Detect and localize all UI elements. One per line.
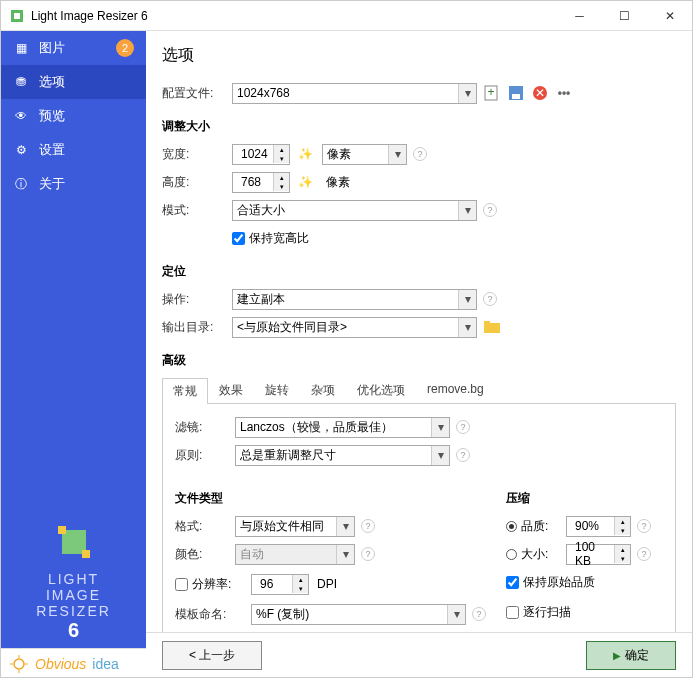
profile-more-button[interactable]: ••• bbox=[555, 84, 573, 102]
position-section-title: 定位 bbox=[162, 263, 676, 280]
svg-rect-17 bbox=[484, 321, 490, 324]
lightbulb-icon bbox=[9, 654, 29, 674]
width-spinner[interactable]: 1024▴▾ bbox=[232, 144, 290, 165]
images-icon: ▦ bbox=[13, 41, 29, 55]
info-icon: ⓘ bbox=[13, 176, 29, 193]
svg-rect-13 bbox=[512, 94, 520, 99]
advanced-section-title: 高级 bbox=[162, 352, 676, 369]
template-combo[interactable]: %F (复制)▾ bbox=[251, 604, 466, 625]
resolution-checkbox[interactable]: 分辨率: bbox=[175, 576, 251, 593]
images-badge: 2 bbox=[116, 39, 134, 57]
profile-combo[interactable]: 1024x768▾ bbox=[232, 83, 477, 104]
titlebar: Light Image Resizer 6 ─ ☐ ✕ bbox=[1, 1, 692, 31]
app-icon bbox=[9, 8, 25, 24]
svg-rect-1 bbox=[14, 13, 20, 19]
content: 选项 配置文件: 1024x768▾ + ✕ ••• 调整大小 宽度: 1024… bbox=[146, 31, 692, 678]
tab-effects[interactable]: 效果 bbox=[208, 377, 254, 403]
mode-combo[interactable]: 合适大小▾ bbox=[232, 200, 477, 221]
prev-button[interactable]: < 上一步 bbox=[162, 641, 262, 670]
wand-icon[interactable]: ✨ bbox=[296, 173, 314, 191]
tab-removebg[interactable]: remove.bg bbox=[416, 377, 495, 403]
tab-optimize[interactable]: 优化选项 bbox=[346, 377, 416, 403]
help-icon[interactable]: ? bbox=[483, 203, 497, 217]
help-icon[interactable]: ? bbox=[413, 147, 427, 161]
advanced-tabs: 常规 效果 旋转 杂项 优化选项 remove.bg bbox=[162, 377, 676, 404]
svg-text:✕: ✕ bbox=[535, 86, 545, 100]
quality-spinner[interactable]: 90%▴▾ bbox=[566, 516, 631, 537]
profile-add-button[interactable]: + bbox=[483, 84, 501, 102]
profile-label: 配置文件: bbox=[162, 85, 232, 102]
gear-icon: ⚙ bbox=[13, 143, 29, 157]
bottom-bar: < 上一步 确定 bbox=[146, 632, 692, 678]
folder-icon[interactable] bbox=[483, 318, 501, 336]
sidebar-item-preview[interactable]: 👁 预览 bbox=[1, 99, 146, 133]
format-combo[interactable]: 与原始文件相同▾ bbox=[235, 516, 355, 537]
filter-combo[interactable]: Lanczos（较慢，品质最佳）▾ bbox=[235, 417, 450, 438]
minimize-button[interactable]: ─ bbox=[557, 1, 602, 31]
page-title: 选项 bbox=[162, 45, 676, 66]
sidebar-item-about[interactable]: ⓘ 关于 bbox=[1, 167, 146, 201]
ok-button[interactable]: 确定 bbox=[586, 641, 676, 670]
width-unit-combo[interactable]: 像素▾ bbox=[322, 144, 407, 165]
help-icon[interactable]: ? bbox=[637, 547, 651, 561]
action-combo[interactable]: 建立副本▾ bbox=[232, 289, 477, 310]
product-logo: LIGHT IMAGE RESIZER 6 bbox=[1, 512, 146, 648]
maximize-button[interactable]: ☐ bbox=[602, 1, 647, 31]
sidebar-item-settings[interactable]: ⚙ 设置 bbox=[1, 133, 146, 167]
profile-delete-button[interactable]: ✕ bbox=[531, 84, 549, 102]
close-button[interactable]: ✕ bbox=[647, 1, 692, 31]
svg-rect-16 bbox=[484, 323, 500, 333]
svg-point-5 bbox=[14, 659, 24, 669]
resize-section-title: 调整大小 bbox=[162, 118, 676, 135]
policy-combo[interactable]: 总是重新调整尺寸▾ bbox=[235, 445, 450, 466]
tab-general[interactable]: 常规 bbox=[162, 378, 208, 404]
size-spinner[interactable]: 100 KB▴▾ bbox=[566, 544, 631, 565]
help-icon[interactable]: ? bbox=[456, 448, 470, 462]
profile-save-button[interactable] bbox=[507, 84, 525, 102]
color-combo: 自动▾ bbox=[235, 544, 355, 565]
eye-icon: 👁 bbox=[13, 109, 29, 123]
help-icon[interactable]: ? bbox=[483, 292, 497, 306]
svg-text:+: + bbox=[487, 85, 494, 99]
sidebar: ▦ 图片 2 ⛃ 选项 👁 预览 ⚙ 设置 ⓘ 关于 LIGHT IMAGE R… bbox=[1, 31, 146, 678]
keep-ratio-checkbox[interactable]: 保持宽高比 bbox=[232, 230, 309, 247]
help-icon[interactable]: ? bbox=[361, 547, 375, 561]
progressive-scan-checkbox[interactable]: 逐行扫描 bbox=[506, 604, 571, 621]
keep-original-quality-checkbox[interactable]: 保持原始品质 bbox=[506, 574, 595, 591]
help-icon[interactable]: ? bbox=[472, 607, 486, 621]
svg-rect-4 bbox=[82, 550, 90, 558]
size-radio[interactable]: 大小: bbox=[506, 546, 566, 563]
sliders-icon: ⛃ bbox=[13, 75, 29, 89]
resolution-spinner[interactable]: 96▴▾ bbox=[251, 574, 309, 595]
vendor-logo[interactable]: Obviousidea bbox=[1, 648, 146, 678]
svg-rect-3 bbox=[58, 526, 66, 534]
help-icon[interactable]: ? bbox=[456, 420, 470, 434]
help-icon[interactable]: ? bbox=[637, 519, 651, 533]
outdir-combo[interactable]: <与原始文件同目录>▾ bbox=[232, 317, 477, 338]
window-title: Light Image Resizer 6 bbox=[31, 9, 557, 23]
height-spinner[interactable]: 768▴▾ bbox=[232, 172, 290, 193]
wand-icon[interactable]: ✨ bbox=[296, 145, 314, 163]
help-icon[interactable]: ? bbox=[361, 519, 375, 533]
quality-radio[interactable]: 品质: bbox=[506, 518, 566, 535]
sidebar-item-images[interactable]: ▦ 图片 2 bbox=[1, 31, 146, 65]
tab-rotate[interactable]: 旋转 bbox=[254, 377, 300, 403]
chevron-down-icon: ▾ bbox=[458, 84, 476, 103]
tab-misc[interactable]: 杂项 bbox=[300, 377, 346, 403]
sidebar-item-options[interactable]: ⛃ 选项 bbox=[1, 65, 146, 99]
